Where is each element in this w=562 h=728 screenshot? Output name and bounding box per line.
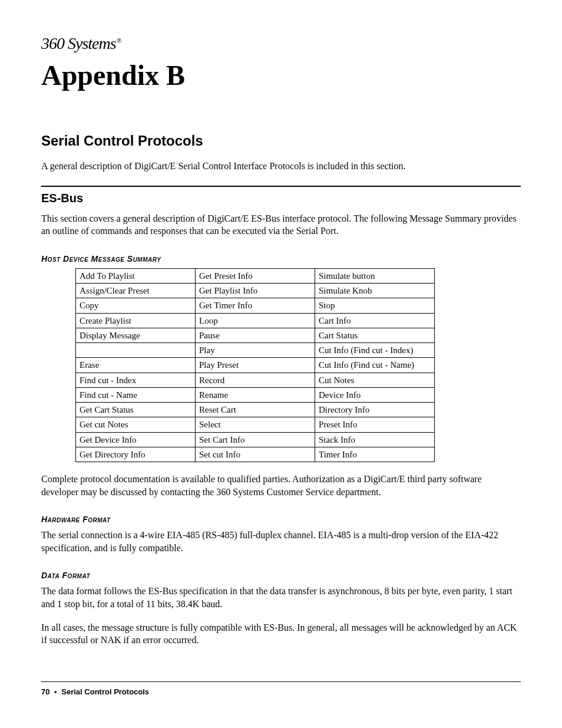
table-cell: Directory Info	[315, 403, 435, 417]
table-cell: Get cut Notes	[76, 417, 196, 432]
table-cell: Get Preset Info	[196, 268, 315, 283]
table-row: Get Directory InfoSet cut InfoTimer Info	[76, 447, 435, 462]
table-row: Display MessagePauseCart Status	[76, 328, 435, 342]
table-cell: Stop	[315, 298, 435, 313]
table-cell: Stack Info	[315, 432, 435, 447]
table-row: Get Cart StatusReset CartDirectory Info	[76, 403, 435, 417]
footer-divider	[41, 681, 521, 682]
table-cell: Cut Notes	[315, 373, 435, 387]
table-cell: Get Timer Info	[196, 298, 315, 313]
data-heading: Data Format	[41, 571, 521, 580]
host-summary-heading: Host Device Message Summary	[41, 254, 521, 263]
table-cell: Record	[196, 373, 315, 387]
table-cell: Copy	[76, 298, 196, 313]
table-cell: Pause	[196, 328, 315, 342]
table-cell: Cut Info (Find cut - Index)	[315, 343, 435, 358]
table-row: Create PlaylistLoopCart Info	[76, 313, 435, 328]
protocol-paragraph: Complete protocol documentation is avail…	[41, 473, 521, 498]
table-cell: Simulate Knob	[315, 284, 435, 298]
table-cell: Get Directory Info	[76, 447, 196, 462]
table-cell: Erase	[76, 358, 196, 373]
section-heading: Serial Control Protocols	[41, 133, 521, 149]
table-cell: Play Preset	[196, 358, 315, 373]
table-cell: Display Message	[76, 328, 196, 342]
table-cell: Reset Cart	[196, 403, 315, 417]
table-cell: Add To Playlist	[76, 268, 196, 283]
data-paragraph-2: In all cases, the message structure is f…	[41, 621, 521, 647]
table-cell: Cart Info	[315, 313, 435, 328]
table-row: CopyGet Timer InfoStop	[76, 298, 435, 313]
table-row: Assign/Clear PresetGet Playlist InfoSimu…	[76, 284, 435, 298]
table-cell: Simulate button	[315, 268, 435, 283]
esbus-paragraph: This section covers a general descriptio…	[41, 212, 521, 238]
table-row: PlayCut Info (Find cut - Index)	[76, 343, 435, 358]
table-cell: Set Cart Info	[196, 432, 315, 447]
table-cell: Get Device Info	[76, 432, 196, 447]
page-footer: 70 • Serial Control Protocols	[41, 687, 149, 696]
table-cell	[76, 343, 196, 358]
table-cell: Rename	[196, 387, 315, 402]
footer-title: Serial Control Protocols	[61, 687, 149, 696]
table-cell: Device Info	[315, 387, 435, 402]
footer-bullet: •	[54, 687, 57, 696]
table-cell: Play	[196, 343, 315, 358]
hardware-paragraph: The serial connection is a 4-wire EIA-48…	[41, 529, 521, 554]
table-row: Get Device InfoSet Cart InfoStack Info	[76, 432, 435, 447]
message-summary-table: Add To PlaylistGet Preset InfoSimulate b…	[75, 268, 435, 462]
divider	[41, 186, 521, 187]
table-row: Find cut - IndexRecordCut Notes	[76, 373, 435, 387]
table-cell: Select	[196, 417, 315, 432]
table-cell: Assign/Clear Preset	[76, 284, 196, 298]
intro-paragraph: A general description of DigiCart/E Seri…	[41, 160, 521, 173]
table-cell: Find cut - Name	[76, 387, 196, 402]
table-cell: Get Cart Status	[76, 403, 196, 417]
table-row: Find cut - NameRenameDevice Info	[76, 387, 435, 402]
table-cell: Cart Status	[315, 328, 435, 342]
document-page: 360 Systems Appendix B Serial Control Pr…	[0, 0, 562, 728]
table-cell: Set cut Info	[196, 447, 315, 462]
hardware-heading: Hardware Format	[41, 515, 521, 524]
table-row: ErasePlay PresetCut Info (Find cut - Nam…	[76, 358, 435, 373]
table-cell: Cut Info (Find cut - Name)	[315, 358, 435, 373]
table-cell: Find cut - Index	[76, 373, 196, 387]
table-cell: Timer Info	[315, 447, 435, 462]
table-row: Get cut NotesSelectPreset Info	[76, 417, 435, 432]
esbus-heading: ES-Bus	[41, 192, 521, 205]
table-cell: Create Playlist	[76, 313, 196, 328]
page-title: Appendix B	[41, 59, 521, 91]
table-row: Add To PlaylistGet Preset InfoSimulate b…	[76, 268, 435, 283]
table-cell: Loop	[196, 313, 315, 328]
footer-page-number: 70	[41, 687, 49, 696]
table-cell: Preset Info	[315, 417, 435, 432]
table-cell: Get Playlist Info	[196, 284, 315, 298]
data-paragraph-1: The data format follows the ES-Bus speci…	[41, 585, 521, 610]
brand-logo: 360 Systems	[41, 34, 521, 53]
